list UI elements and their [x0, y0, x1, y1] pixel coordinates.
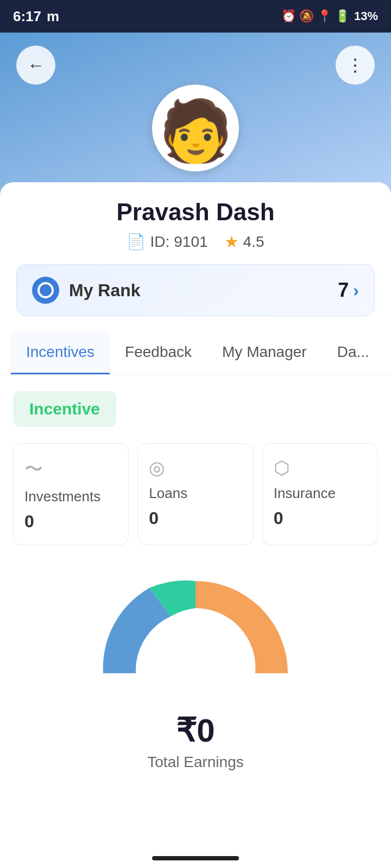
- rating-value: 4.5: [243, 233, 264, 251]
- investments-value: 0: [24, 512, 34, 532]
- more-icon: ⋮: [346, 55, 364, 75]
- status-battery: 13%: [354, 9, 378, 23]
- status-bar-right: ⏰ 🔕 📍 🔋 13%: [281, 9, 378, 23]
- star-icon: ★: [224, 232, 239, 251]
- profile-meta: 📄 ID: 9101 ★ 4.5: [16, 232, 375, 251]
- status-icons: ⏰ 🔕 📍 🔋: [281, 9, 350, 23]
- back-icon: ←: [27, 55, 45, 75]
- tab-my-manager[interactable]: My Manager: [207, 331, 322, 374]
- status-bar-left: 6:17 m: [13, 8, 59, 25]
- currency-symbol: ₹: [176, 712, 197, 749]
- rank-right: 7 ›: [338, 279, 359, 302]
- status-app-icon: m: [47, 8, 59, 25]
- tab-feedback[interactable]: Feedback: [110, 331, 207, 374]
- insurance-icon: ⬡: [274, 457, 290, 478]
- profile-card: Pravash Dash 📄 ID: 9101 ★ 4.5 My Rank 7: [0, 182, 391, 316]
- id-doc-icon: 📄: [127, 233, 146, 251]
- avatar-emoji: 🧑: [159, 101, 233, 161]
- back-button[interactable]: ←: [16, 46, 55, 85]
- stat-card-investments: 〜 Investments 0: [13, 443, 129, 545]
- investments-icon: 〜: [24, 457, 43, 482]
- avatar-container: 🧑: [0, 85, 391, 171]
- stat-card-insurance: ⬡ Insurance 0: [262, 443, 378, 545]
- tab-da[interactable]: Da...: [322, 331, 384, 374]
- earnings-value: 0: [197, 712, 215, 749]
- incentive-label: Incentive: [29, 400, 100, 418]
- top-nav: ← ⋮: [0, 33, 391, 90]
- rank-badge-icon: [32, 277, 59, 304]
- status-time: 6:17: [13, 8, 41, 25]
- rank-value: 7: [338, 279, 349, 302]
- rank-label: My Rank: [69, 280, 141, 301]
- id-label: ID:: [150, 233, 169, 251]
- rank-card[interactable]: My Rank 7 ›: [16, 264, 375, 316]
- donut-chart: [92, 565, 299, 684]
- content-area: Incentive 〜 Investments 0 ◎ Loans 0 ⬡ In…: [0, 375, 391, 820]
- donut-chart-container: [13, 565, 378, 684]
- rank-icon-inner: [37, 282, 54, 298]
- chevron-right-icon: ›: [353, 280, 359, 301]
- bottom-bar: [0, 848, 391, 868]
- stat-card-loans: ◎ Loans 0: [137, 443, 253, 545]
- status-bar: 6:17 m ⏰ 🔕 📍 🔋 13%: [0, 0, 391, 33]
- avatar: 🧑: [152, 85, 239, 171]
- rank-left: My Rank: [32, 277, 141, 304]
- more-button[interactable]: ⋮: [336, 46, 375, 85]
- insurance-value: 0: [274, 508, 283, 528]
- profile-id: 📄 ID: 9101: [127, 233, 207, 251]
- insurance-label: Insurance: [274, 485, 336, 502]
- bottom-home-indicator: [152, 856, 239, 860]
- earnings-label: Total Earnings: [13, 754, 378, 771]
- tabs-container: Incentives Feedback My Manager Da...: [0, 331, 391, 375]
- tab-incentives[interactable]: Incentives: [11, 331, 110, 374]
- stats-row: 〜 Investments 0 ◎ Loans 0 ⬡ Insurance 0: [13, 443, 378, 545]
- id-value: 9101: [174, 233, 207, 251]
- earnings-section: ₹0 Total Earnings: [13, 700, 378, 803]
- profile-rating: ★ 4.5: [224, 232, 264, 251]
- earnings-amount: ₹0: [13, 711, 378, 749]
- loans-label: Loans: [149, 485, 187, 502]
- incentive-badge: Incentive: [13, 391, 116, 427]
- header-section: ← ⋮ 🧑 Pravash Dash 📄 ID: 9101 ★ 4.5: [0, 33, 391, 316]
- loans-icon: ◎: [149, 457, 165, 478]
- investments-label: Investments: [24, 488, 100, 505]
- profile-name: Pravash Dash: [16, 199, 375, 226]
- loans-value: 0: [149, 508, 159, 528]
